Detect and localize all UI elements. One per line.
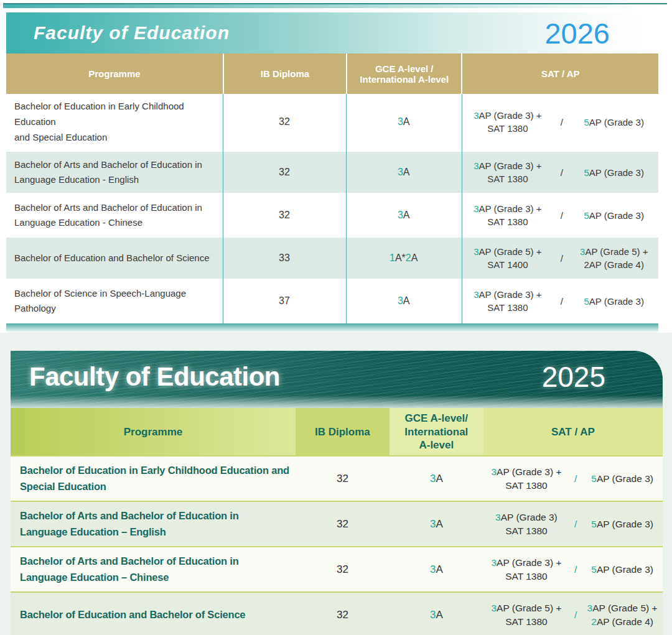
sat-ap-option-2: 3AP (Grade 5) + 2AP (Grade 4) <box>570 245 658 271</box>
table-row: Bachelor of Arts and Bachelor of Educati… <box>11 502 663 547</box>
gce-a-level-cell: 3A <box>346 195 461 236</box>
sat-ap-option-1: 3AP (Grade 3) + SAT 1380 <box>483 465 569 492</box>
gce-a-level-cell: 1A* 2A <box>346 238 461 279</box>
column-header-programme: Programme <box>6 53 223 94</box>
column-divider <box>346 94 347 323</box>
gce-a-level-cell: 3A <box>346 152 461 193</box>
sat-ap-slash: / <box>554 210 569 221</box>
sat-ap-option-2: 5AP (Grade 3) <box>570 116 658 129</box>
table-2025-title: Faculty of Education <box>29 362 280 392</box>
sat-ap-option-2: 5AP (Grade 3) <box>582 563 663 577</box>
sat-ap-option-1: 3AP (Grade 3) SAT 1380 <box>483 511 569 537</box>
gce-a-level-cell: 3A <box>390 547 483 591</box>
ib-diploma-cell: 33 <box>223 238 346 279</box>
sat-ap-slash: / <box>569 564 582 575</box>
sat-ap-option-1: 3AP (Grade 3) + SAT 1380 <box>461 159 554 185</box>
table-row: Bachelor of Education and Bachelor of Sc… <box>11 593 663 635</box>
faculty-education-2026-table: Faculty of Education 2026 Programme IB D… <box>6 12 658 333</box>
column-header-ib-diploma: IB Diploma <box>223 53 346 94</box>
ib-diploma-cell: 32 <box>296 502 390 546</box>
programme-cell: Bachelor of Science in Speech-Language P… <box>6 280 223 322</box>
sat-ap-cell: 3AP (Grade 3) + SAT 1380/5AP (Grade 3) <box>483 547 663 591</box>
sat-ap-option-1: 3AP (Grade 3) + SAT 1380 <box>483 556 569 583</box>
ib-diploma-cell: 32 <box>223 94 346 150</box>
sat-ap-option-2: 5AP (Grade 3) <box>570 209 658 222</box>
gce-a-level-cell: 3A <box>390 502 483 546</box>
programme-cell: Bachelor of Arts and Bachelor of Educati… <box>6 195 223 236</box>
sat-ap-option-2: 5AP (Grade 3) <box>570 166 658 179</box>
programme-cell: Bachelor of Education and Bachelor of Sc… <box>11 593 296 635</box>
gce-a-level-cell: 3A <box>346 280 461 322</box>
column-header-sat-ap: SAT / AP <box>461 53 658 94</box>
ib-diploma-cell: 32 <box>223 152 346 193</box>
table-2026-header: Faculty of Education 2026 <box>6 12 658 53</box>
programme-cell: Bachelor of Arts and Bachelor of Educati… <box>11 502 296 546</box>
sat-ap-slash: / <box>554 117 569 127</box>
sat-ap-slash: / <box>569 610 582 621</box>
sat-ap-option-1: 3AP (Grade 5) + SAT 1400 <box>461 245 554 271</box>
column-header-gce-a-level: GCE A-level / International A-level <box>346 53 461 94</box>
ib-diploma-cell: 32 <box>296 547 390 591</box>
column-header-sat-ap: SAT / AP <box>483 408 663 455</box>
table-row: Bachelor of Arts and Bachelor of Educati… <box>6 195 658 238</box>
table-2025-header: Faculty of Education 2025 <box>11 351 663 408</box>
table-2025-year-label: 2025 <box>542 360 605 394</box>
sat-ap-slash: / <box>554 296 569 307</box>
sat-ap-slash: / <box>554 167 569 178</box>
table-row: Bachelor of Arts and Bachelor of Educati… <box>6 152 658 195</box>
table-2026-year-label: 2026 <box>544 16 610 50</box>
table-row: Bachelor of Education in Early Childhood… <box>6 94 658 152</box>
column-header-programme: Programme <box>11 408 296 455</box>
faculty-education-2025-table: Faculty of Education 2025 Programme IB D… <box>11 351 663 635</box>
sat-ap-option-1: 3AP (Grade 3) + SAT 1380 <box>461 202 554 228</box>
sat-ap-cell: 3AP (Grade 5) + SAT 1380/3AP (Grade 5) +… <box>483 593 663 635</box>
sat-ap-cell: 3AP (Grade 3) + SAT 1380/5AP (Grade 3) <box>461 152 658 193</box>
programme-cell: Bachelor of Education and Bachelor of Sc… <box>6 238 223 279</box>
gce-a-level-cell: 3A <box>390 457 483 501</box>
sat-ap-option-1: 3AP (Grade 3) + SAT 1380 <box>461 288 554 314</box>
column-divider <box>462 94 462 323</box>
sat-ap-option-1: 3AP (Grade 3) + SAT 1380 <box>461 109 554 135</box>
table-2026-body: Bachelor of Education in Early Childhood… <box>6 94 658 323</box>
sat-ap-option-2: 5AP (Grade 3) <box>570 295 658 308</box>
ib-diploma-cell: 32 <box>296 457 390 501</box>
programme-cell: Bachelor of Education in Early Childhood… <box>6 94 223 150</box>
programme-cell: Bachelor of Arts and Bachelor of Educati… <box>6 152 223 193</box>
sat-ap-option-2: 5AP (Grade 3) <box>582 517 663 531</box>
table-2025-column-header-row: Programme IB Diploma GCE A-level/ Intern… <box>11 408 663 457</box>
ib-diploma-cell: 37 <box>223 280 346 322</box>
sat-ap-cell: 3AP (Grade 5) + SAT 1400/3AP (Grade 5) +… <box>461 238 658 279</box>
sat-ap-cell: 3AP (Grade 3) SAT 1380/5AP (Grade 3) <box>483 502 663 546</box>
programme-cell: Bachelor of Arts and Bachelor of Educati… <box>11 547 296 591</box>
table-row: Bachelor of Arts and Bachelor of Educati… <box>11 547 663 593</box>
table-row: Bachelor of Education in Early Childhood… <box>11 457 663 502</box>
sat-ap-cell: 3AP (Grade 3) + SAT 1380/5AP (Grade 3) <box>483 457 663 501</box>
programme-cell: Bachelor of Education in Early Childhood… <box>11 457 296 501</box>
column-header-gce-a-level: GCE A-level/ International A-level <box>390 408 483 455</box>
sat-ap-option-1: 3AP (Grade 5) + SAT 1380 <box>483 601 569 628</box>
sat-ap-slash: / <box>569 519 582 530</box>
table-2026-title: Faculty of Education <box>34 22 230 44</box>
gce-a-level-cell: 3A <box>346 94 461 150</box>
column-header-ib-diploma: IB Diploma <box>296 408 390 455</box>
top-accent-bar <box>3 3 667 8</box>
section-2025-background: Faculty of Education 2025 Programme IB D… <box>0 333 672 635</box>
column-divider <box>223 94 223 323</box>
sat-ap-slash: / <box>554 253 569 264</box>
sat-ap-cell: 3AP (Grade 3) + SAT 1380/5AP (Grade 3) <box>461 280 658 322</box>
sat-ap-slash: / <box>569 473 582 484</box>
table-row: Bachelor of Science in Speech-Language P… <box>6 280 658 323</box>
sat-ap-option-2: 5AP (Grade 3) <box>582 472 663 486</box>
table-row: Bachelor of Education and Bachelor of Sc… <box>6 238 658 280</box>
table-2026-column-header-row: Programme IB Diploma GCE A-level / Inter… <box>6 53 658 94</box>
sat-ap-option-2: 3AP (Grade 5) + 2AP (Grade 4) <box>582 601 663 628</box>
sat-ap-cell: 3AP (Grade 3) + SAT 1380/5AP (Grade 3) <box>461 94 658 150</box>
ib-diploma-cell: 32 <box>296 593 390 635</box>
table-2025-body: Bachelor of Education in Early Childhood… <box>11 457 663 635</box>
sat-ap-cell: 3AP (Grade 3) + SAT 1380/5AP (Grade 3) <box>461 195 658 236</box>
ib-diploma-cell: 32 <box>223 195 346 236</box>
table-2026-bottom-accent-bar <box>6 323 658 333</box>
gce-a-level-cell: 3A <box>390 593 483 635</box>
